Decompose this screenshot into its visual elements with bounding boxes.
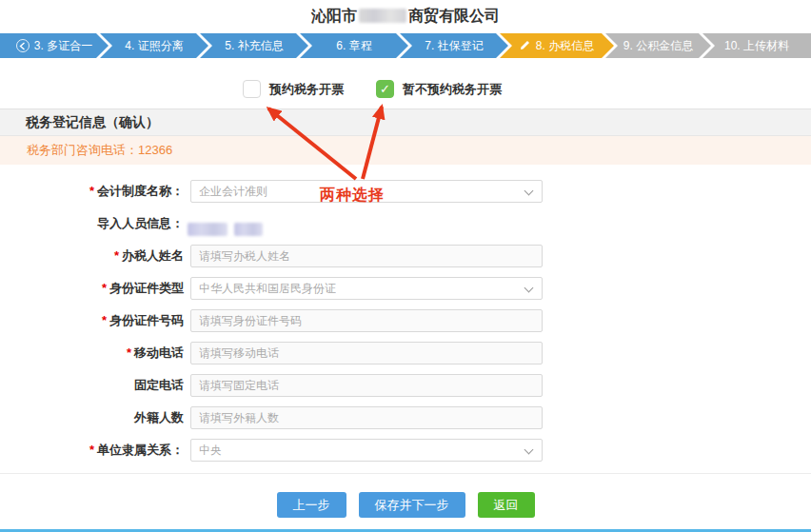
step-progress-bar: 3. 多证合一 4. 证照分离 5. 补充信息 6. 章程 7. 社保登记 8.… — [0, 33, 811, 58]
chevron-down-icon — [524, 284, 534, 293]
reserve-invoice-label: 预约税务开票 — [269, 81, 344, 98]
unit-affiliation-select[interactable]: 中央 — [190, 439, 543, 462]
pencil-icon — [520, 39, 531, 53]
field-label: *身份证件类型 — [0, 277, 184, 300]
step-label: 9. 公积金信息 — [623, 38, 693, 54]
step-label: 7. 社保登记 — [425, 38, 483, 54]
form-row-id-number: *身份证件号码 — [0, 309, 552, 332]
required-mark: * — [102, 281, 107, 295]
form-row-tax-agent-name: *办税人姓名 — [0, 245, 552, 267]
id-type-select[interactable]: 中华人民共和国居民身份证 — [190, 277, 543, 300]
required-mark: * — [114, 248, 119, 263]
id-number-input[interactable] — [190, 309, 543, 332]
required-mark: * — [127, 345, 131, 360]
required-mark: * — [102, 313, 107, 327]
redacted-personnel-names — [188, 217, 269, 240]
redacted-name — [188, 223, 227, 236]
form-row-mobile-phone: *移动电话 — [0, 342, 552, 365]
step-label: 8. 办税信息 — [536, 38, 594, 54]
landline-phone-input[interactable] — [190, 374, 543, 397]
page-title: 沁阳市商贸有限公司 — [0, 7, 811, 27]
form-row-unit-affiliation: *单位隶属关系： 中央 — [0, 439, 552, 462]
reserve-invoice-option[interactable]: 预约税务开票 — [243, 80, 344, 98]
required-mark: * — [89, 184, 94, 198]
select-value: 中华人民共和国居民身份证 — [199, 281, 336, 297]
redacted-company-name — [359, 9, 406, 23]
tax-registration-section-header: 税务登记信息（确认） — [0, 108, 811, 136]
foreign-personnel-count-input[interactable] — [190, 406, 543, 429]
check-icon: ✓ — [380, 82, 390, 96]
field-label: *会计制度名称： — [0, 180, 184, 203]
tax-agent-name-input[interactable] — [190, 245, 543, 267]
no-reserve-invoice-option[interactable]: ✓ 暂不预约税务开票 — [376, 80, 502, 98]
field-label: 固定电话 — [0, 374, 184, 397]
return-button[interactable]: 返回 — [478, 492, 535, 518]
step-label: 6. 章程 — [336, 38, 371, 54]
no-reserve-invoice-label: 暂不预约税务开票 — [403, 81, 502, 98]
no-reserve-invoice-checkbox-checked[interactable]: ✓ — [376, 80, 394, 98]
field-label: 外籍人数 — [0, 406, 184, 429]
field-label: 导入人员信息： — [0, 212, 184, 235]
field-label: *办税人姓名 — [0, 245, 184, 267]
step-label: 4. 证照分离 — [125, 38, 183, 54]
form-row-imported-personnel: 导入人员信息： — [0, 212, 552, 235]
company-name-suffix: 商贸有限公司 — [408, 8, 500, 24]
tax-hotline-notice: 税务部门咨询电话：12366 — [0, 136, 811, 165]
step-label: 10. 上传材料 — [724, 38, 789, 54]
annotation-text: 两种选择 — [320, 186, 385, 206]
back-circle-icon[interactable] — [16, 39, 30, 52]
step-6-charter[interactable]: 6. 章程 — [300, 33, 408, 58]
registration-wizard-page: 沁阳市商贸有限公司 3. 多证合一 4. 证照分离 5. 补充信息 6. 章程 … — [0, 0, 811, 532]
field-label: *身份证件号码 — [0, 309, 184, 332]
select-value: 企业会计准则 — [199, 184, 267, 200]
field-label: *单位隶属关系： — [0, 439, 184, 462]
action-button-row: 上一步 保存并下一步 返回 — [0, 492, 811, 518]
step-label: 3. 多证合一 — [34, 38, 92, 54]
chevron-down-icon — [524, 445, 534, 455]
form-row-landline-phone: 固定电话 — [0, 374, 552, 397]
previous-step-button[interactable]: 上一步 — [277, 492, 346, 518]
step-8-tax-info-active[interactable]: 8. 办税信息 — [500, 33, 614, 58]
form-row-accounting-system: *会计制度名称： 企业会计准则 — [0, 180, 552, 203]
mobile-phone-input[interactable] — [190, 342, 543, 365]
redacted-name — [234, 223, 263, 236]
form-bottom-divider — [0, 473, 811, 474]
step-10-upload-materials[interactable]: 10. 上传材料 — [702, 33, 811, 58]
step-label: 5. 补充信息 — [225, 38, 283, 54]
step-3-multi-cert[interactable]: 3. 多证合一 — [0, 33, 109, 58]
step-4-license-separation[interactable]: 4. 证照分离 — [100, 33, 208, 58]
select-value: 中央 — [199, 443, 222, 459]
step-7-social-security[interactable]: 7. 社保登记 — [400, 33, 508, 58]
step-9-provident-fund[interactable]: 9. 公积金信息 — [605, 33, 711, 58]
field-label: *移动电话 — [0, 342, 184, 365]
form-row-id-type: *身份证件类型 中华人民共和国居民身份证 — [0, 277, 552, 300]
required-mark: * — [89, 443, 94, 457]
save-and-next-button[interactable]: 保存并下一步 — [359, 492, 465, 518]
form-row-foreign-personnel-count: 外籍人数 — [0, 406, 552, 429]
reserve-invoice-checkbox[interactable] — [243, 80, 261, 98]
company-name-prefix: 沁阳市 — [311, 8, 357, 24]
chevron-down-icon — [524, 187, 534, 196]
step-5-supplementary-info[interactable]: 5. 补充信息 — [200, 33, 308, 58]
